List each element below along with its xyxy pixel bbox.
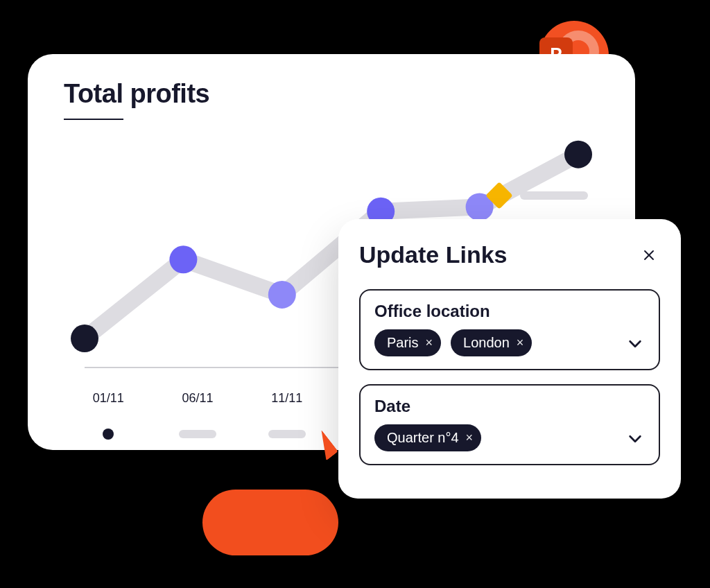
- chevron-down-icon[interactable]: [625, 429, 645, 449]
- diamond-icon: [485, 182, 513, 209]
- field-date[interactable]: Date Quarter n°4 ×: [359, 384, 660, 465]
- svg-point-3: [268, 281, 296, 309]
- chip-london[interactable]: London ×: [451, 329, 532, 356]
- chip-label: London: [463, 335, 510, 351]
- panel-title: Update Links: [359, 241, 507, 268]
- pager-dash[interactable]: [268, 430, 306, 438]
- chip-quarter-4[interactable]: Quarter n°4 ×: [374, 424, 481, 451]
- pager-dash[interactable]: [179, 430, 216, 438]
- field-office-location[interactable]: Office location Paris × London ×: [359, 289, 660, 370]
- pager-dot[interactable]: [103, 429, 114, 440]
- svg-point-1: [71, 325, 98, 352]
- decorative-pill: [202, 490, 338, 555]
- chevron-down-icon[interactable]: [625, 334, 645, 354]
- svg-point-6: [564, 141, 592, 168]
- chip-remove-icon[interactable]: ×: [517, 336, 524, 350]
- chip-label: Quarter n°4: [387, 430, 459, 446]
- chip-remove-icon[interactable]: ×: [426, 336, 433, 350]
- x-tick: 06/11: [153, 391, 243, 406]
- x-tick: 11/11: [242, 391, 331, 406]
- title-underline: [64, 119, 123, 120]
- x-tick: 01/11: [64, 391, 153, 406]
- field-label: Office location: [374, 302, 645, 321]
- chip-label: Paris: [387, 335, 419, 351]
- chip-remove-icon[interactable]: ×: [466, 431, 474, 445]
- chart-title: Total profits: [64, 79, 599, 109]
- chip-paris[interactable]: Paris ×: [374, 329, 441, 356]
- close-icon[interactable]: [638, 244, 660, 266]
- legend-placeholder: [520, 191, 588, 200]
- svg-point-2: [169, 245, 197, 273]
- update-links-panel: Update Links Office location Paris × Lon…: [338, 219, 681, 499]
- field-label: Date: [374, 397, 645, 416]
